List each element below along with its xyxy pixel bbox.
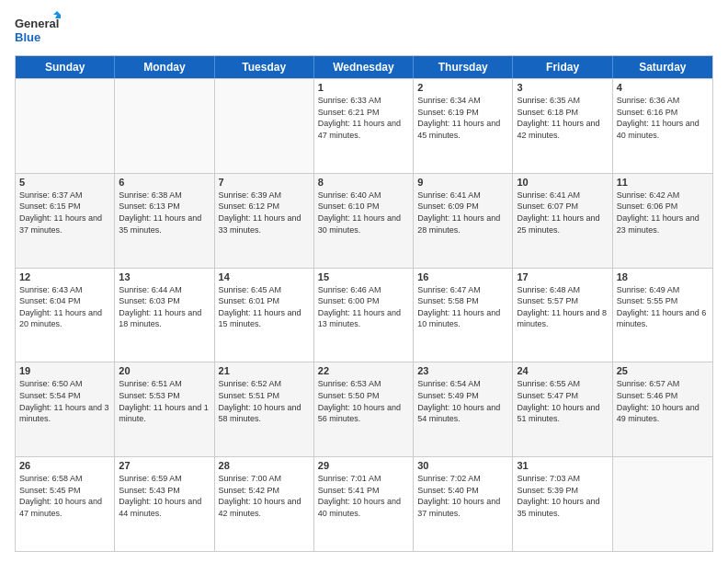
day-cell-16: 16Sunrise: 6:47 AMSunset: 5:58 PMDayligh… [414,269,513,362]
day-cell-7: 7Sunrise: 6:39 AMSunset: 6:12 PMDaylight… [215,174,314,268]
day-cell-9: 9Sunrise: 6:41 AMSunset: 6:09 PMDaylight… [414,174,513,268]
day-info: Sunrise: 6:48 AMSunset: 5:57 PMDaylight:… [517,284,608,330]
day-header-tuesday: Tuesday [215,56,314,78]
day-number: 29 [318,460,409,471]
day-cell-15: 15Sunrise: 6:46 AMSunset: 6:00 PMDayligh… [314,269,414,362]
day-number: 16 [417,271,508,282]
day-number: 23 [417,365,508,376]
day-number: 8 [318,177,409,188]
day-info: Sunrise: 7:03 AMSunset: 5:39 PMDaylight:… [517,473,608,519]
day-number: 21 [219,365,310,376]
day-info: Sunrise: 6:44 AMSunset: 6:03 PMDaylight:… [119,284,210,330]
day-info: Sunrise: 6:34 AMSunset: 6:19 PMDaylight:… [417,95,508,141]
day-info: Sunrise: 6:55 AMSunset: 5:47 PMDaylight:… [517,378,608,424]
day-number: 4 [617,82,709,93]
day-info: Sunrise: 6:59 AMSunset: 5:43 PMDaylight:… [119,473,210,519]
day-info: Sunrise: 6:42 AMSunset: 6:06 PMDaylight:… [617,190,709,236]
day-number: 18 [617,271,709,282]
day-info: Sunrise: 6:46 AMSunset: 6:00 PMDaylight:… [318,284,409,330]
day-info: Sunrise: 6:53 AMSunset: 5:50 PMDaylight:… [318,378,409,424]
cal-row-1: 5Sunrise: 6:37 AMSunset: 6:15 PMDaylight… [16,173,712,268]
day-info: Sunrise: 6:41 AMSunset: 6:07 PMDaylight:… [517,190,608,236]
day-cell-1: 1Sunrise: 6:33 AMSunset: 6:21 PMDaylight… [314,79,414,173]
day-header-wednesday: Wednesday [314,56,414,78]
day-info: Sunrise: 6:41 AMSunset: 6:09 PMDaylight:… [417,190,508,236]
day-number: 6 [119,177,210,188]
day-info: Sunrise: 6:47 AMSunset: 5:58 PMDaylight:… [417,284,508,330]
day-number: 1 [318,82,409,93]
day-info: Sunrise: 6:50 AMSunset: 5:54 PMDaylight:… [19,378,110,424]
header: General Blue [15,11,713,48]
day-info: Sunrise: 6:38 AMSunset: 6:13 PMDaylight:… [119,190,210,236]
day-cell-6: 6Sunrise: 6:38 AMSunset: 6:13 PMDaylight… [115,174,214,268]
day-number: 7 [219,177,310,188]
empty-cell [613,457,712,551]
day-info: Sunrise: 6:49 AMSunset: 5:55 PMDaylight:… [617,284,709,330]
cal-row-3: 19Sunrise: 6:50 AMSunset: 5:54 PMDayligh… [16,362,712,456]
day-info: Sunrise: 7:01 AMSunset: 5:41 PMDaylight:… [318,473,409,519]
day-cell-22: 22Sunrise: 6:53 AMSunset: 5:50 PMDayligh… [314,362,414,456]
day-cell-28: 28Sunrise: 7:00 AMSunset: 5:42 PMDayligh… [215,457,314,551]
empty-cell [115,79,214,173]
day-cell-23: 23Sunrise: 6:54 AMSunset: 5:49 PMDayligh… [414,362,513,456]
day-number: 14 [219,271,310,282]
day-number: 28 [219,460,310,471]
day-number: 31 [517,460,608,471]
day-number: 22 [318,365,409,376]
day-number: 25 [617,365,709,376]
day-info: Sunrise: 6:37 AMSunset: 6:15 PMDaylight:… [19,190,110,236]
day-info: Sunrise: 6:51 AMSunset: 5:53 PMDaylight:… [119,378,210,424]
day-cell-11: 11Sunrise: 6:42 AMSunset: 6:06 PMDayligh… [613,174,712,268]
day-cell-18: 18Sunrise: 6:49 AMSunset: 5:55 PMDayligh… [613,269,712,362]
calendar-header: SundayMondayTuesdayWednesdayThursdayFrid… [16,56,712,78]
day-number: 24 [517,365,608,376]
day-cell-3: 3Sunrise: 6:35 AMSunset: 6:18 PMDaylight… [513,79,612,173]
svg-text:General: General [15,17,59,30]
cal-row-2: 12Sunrise: 6:43 AMSunset: 6:04 PMDayligh… [16,268,712,362]
day-number: 3 [517,82,608,93]
day-number: 30 [417,460,508,471]
day-info: Sunrise: 6:58 AMSunset: 5:45 PMDaylight:… [19,473,110,519]
day-info: Sunrise: 6:36 AMSunset: 6:16 PMDaylight:… [617,95,709,141]
day-cell-13: 13Sunrise: 6:44 AMSunset: 6:03 PMDayligh… [115,269,214,362]
day-cell-27: 27Sunrise: 6:59 AMSunset: 5:43 PMDayligh… [115,457,214,551]
day-cell-24: 24Sunrise: 6:55 AMSunset: 5:47 PMDayligh… [513,362,612,456]
day-number: 19 [19,365,110,376]
day-info: Sunrise: 6:45 AMSunset: 6:01 PMDaylight:… [219,284,310,330]
day-cell-19: 19Sunrise: 6:50 AMSunset: 5:54 PMDayligh… [16,362,115,456]
day-number: 10 [517,177,608,188]
day-header-sunday: Sunday [16,56,115,78]
day-cell-2: 2Sunrise: 6:34 AMSunset: 6:19 PMDaylight… [414,79,513,173]
day-number: 2 [417,82,508,93]
day-cell-8: 8Sunrise: 6:40 AMSunset: 6:10 PMDaylight… [314,174,414,268]
day-info: Sunrise: 6:40 AMSunset: 6:10 PMDaylight:… [318,190,409,236]
empty-cell [215,79,314,173]
day-cell-4: 4Sunrise: 6:36 AMSunset: 6:16 PMDaylight… [613,79,712,173]
day-header-friday: Friday [513,56,612,78]
day-number: 9 [417,177,508,188]
day-cell-10: 10Sunrise: 6:41 AMSunset: 6:07 PMDayligh… [513,174,612,268]
day-cell-31: 31Sunrise: 7:03 AMSunset: 5:39 PMDayligh… [513,457,612,551]
calendar-body: 1Sunrise: 6:33 AMSunset: 6:21 PMDaylight… [16,78,712,551]
cal-row-0: 1Sunrise: 6:33 AMSunset: 6:21 PMDaylight… [16,78,712,173]
day-cell-12: 12Sunrise: 6:43 AMSunset: 6:04 PMDayligh… [16,269,115,362]
day-cell-20: 20Sunrise: 6:51 AMSunset: 5:53 PMDayligh… [115,362,214,456]
day-info: Sunrise: 6:54 AMSunset: 5:49 PMDaylight:… [417,378,508,424]
day-info: Sunrise: 6:39 AMSunset: 6:12 PMDaylight:… [219,190,310,236]
day-number: 17 [517,271,608,282]
day-number: 5 [19,177,110,188]
day-cell-17: 17Sunrise: 6:48 AMSunset: 5:57 PMDayligh… [513,269,612,362]
svg-marker-2 [53,11,61,15]
day-cell-5: 5Sunrise: 6:37 AMSunset: 6:15 PMDaylight… [16,174,115,268]
day-info: Sunrise: 6:43 AMSunset: 6:04 PMDaylight:… [19,284,110,330]
logo: General Blue [15,11,61,48]
day-number: 12 [19,271,110,282]
day-number: 13 [119,271,210,282]
day-cell-21: 21Sunrise: 6:52 AMSunset: 5:51 PMDayligh… [215,362,314,456]
day-header-thursday: Thursday [414,56,513,78]
day-number: 26 [19,460,110,471]
day-number: 20 [119,365,210,376]
day-info: Sunrise: 6:33 AMSunset: 6:21 PMDaylight:… [318,95,409,141]
empty-cell [16,79,115,173]
day-info: Sunrise: 7:02 AMSunset: 5:40 PMDaylight:… [417,473,508,519]
